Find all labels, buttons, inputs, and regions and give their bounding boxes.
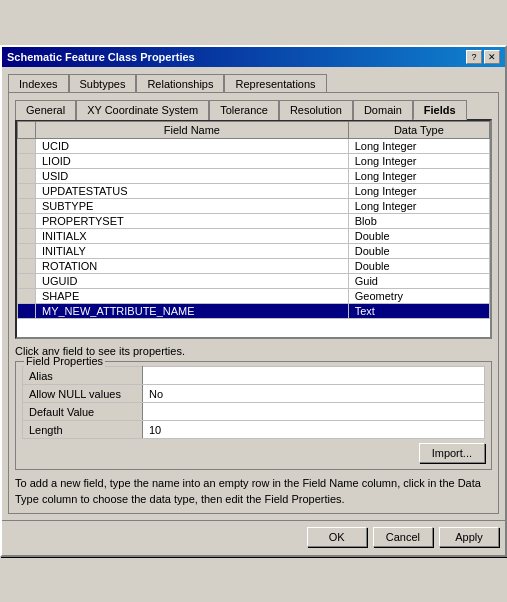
row-selector-cell [18,154,36,169]
tab-representations[interactable]: Representations [224,74,326,93]
tab-general[interactable]: General [15,100,76,120]
field-properties-table: Alias Allow NULL values No Default Value… [22,366,485,439]
fp-value[interactable] [143,367,485,385]
window-title: Schematic Feature Class Properties [7,51,195,63]
table-row[interactable]: MY_NEW_ATTRIBUTE_NAME Text [18,304,490,319]
field-type-cell: Guid [348,274,489,289]
description-text: To add a new field, type the name into a… [15,476,492,507]
tab-tolerance[interactable]: Tolerance [209,100,279,120]
table-row[interactable]: INITIALX Double [18,229,490,244]
tab-xy-coordinate[interactable]: XY Coordinate System [76,100,209,120]
fields-table: Field Name Data Type UCID Long Integer L… [17,121,490,319]
field-type-cell: Long Integer [348,184,489,199]
field-name-cell: UCID [36,139,349,154]
col-data-type-header: Data Type [348,122,489,139]
fields-table-container[interactable]: Field Name Data Type UCID Long Integer L… [15,119,492,339]
fp-row: Length 10 [23,421,485,439]
field-type-cell: Double [348,244,489,259]
table-row[interactable]: LIOID Long Integer [18,154,490,169]
field-type-cell: Double [348,259,489,274]
field-name-cell: INITIALX [36,229,349,244]
fp-row: Allow NULL values No [23,385,485,403]
fp-value[interactable]: No [143,385,485,403]
tab-relationships[interactable]: Relationships [136,74,224,93]
tab-subtypes[interactable]: Subtypes [69,74,137,93]
table-row[interactable]: UPDATESTATUS Long Integer [18,184,490,199]
row-selector-cell [18,244,36,259]
row-selector-cell [18,274,36,289]
table-row[interactable]: USID Long Integer [18,169,490,184]
row-selector-cell [18,289,36,304]
field-type-cell: Long Integer [348,154,489,169]
field-type-cell: Long Integer [348,199,489,214]
fp-label: Alias [23,367,143,385]
field-type-cell: Long Integer [348,139,489,154]
row-selector-cell [18,184,36,199]
field-type-cell: Double [348,229,489,244]
table-row[interactable]: PROPERTYSET Blob [18,214,490,229]
tab-domain[interactable]: Domain [353,100,413,120]
field-name-cell: SUBTYPE [36,199,349,214]
table-row[interactable]: SHAPE Geometry [18,289,490,304]
fp-row: Default Value [23,403,485,421]
row-selector-cell [18,259,36,274]
tab-indexes[interactable]: Indexes [8,74,69,93]
field-name-cell: USID [36,169,349,184]
field-properties-group: Field Properties Alias Allow NULL values… [15,361,492,470]
import-btn-row: Import... [22,443,485,463]
import-button[interactable]: Import... [419,443,485,463]
field-name-cell: LIOID [36,154,349,169]
cancel-button[interactable]: Cancel [373,527,433,547]
tab-row-2: General XY Coordinate System Tolerance R… [15,99,492,119]
fp-row: Alias [23,367,485,385]
close-button[interactable]: ✕ [484,50,500,64]
help-button[interactable]: ? [466,50,482,64]
row-selector-cell [18,169,36,184]
content-area: Indexes Subtypes Relationships Represent… [2,67,505,520]
field-name-cell: UPDATESTATUS [36,184,349,199]
row-selector-cell [18,214,36,229]
field-type-cell: Geometry [348,289,489,304]
col-selector-header [18,122,36,139]
bottom-bar: OK Cancel Apply [2,520,505,555]
ok-button[interactable]: OK [307,527,367,547]
row-selector-cell [18,139,36,154]
field-type-cell: Text [348,304,489,319]
fp-label: Allow NULL values [23,385,143,403]
main-window: Schematic Feature Class Properties ? ✕ I… [0,45,507,557]
table-row[interactable]: UGUID Guid [18,274,490,289]
title-bar-buttons: ? ✕ [466,50,500,64]
field-name-cell: SHAPE [36,289,349,304]
col-field-name-header: Field Name [36,122,349,139]
tab-fields[interactable]: Fields [413,100,467,120]
tab-panel: General XY Coordinate System Tolerance R… [8,92,499,514]
field-name-cell: ROTATION [36,259,349,274]
field-properties-title: Field Properties [24,355,105,367]
tab-row-1: Indexes Subtypes Relationships Represent… [8,73,499,92]
table-row[interactable]: INITIALY Double [18,244,490,259]
fp-value[interactable] [143,403,485,421]
fp-label: Length [23,421,143,439]
table-row[interactable]: SUBTYPE Long Integer [18,199,490,214]
table-row[interactable]: ROTATION Double [18,259,490,274]
apply-button[interactable]: Apply [439,527,499,547]
fp-value[interactable]: 10 [143,421,485,439]
field-name-cell: UGUID [36,274,349,289]
row-selector-cell [18,304,36,319]
row-selector-cell [18,199,36,214]
table-row[interactable]: UCID Long Integer [18,139,490,154]
row-selector-cell [18,229,36,244]
field-type-cell: Long Integer [348,169,489,184]
field-type-cell: Blob [348,214,489,229]
field-name-cell: MY_NEW_ATTRIBUTE_NAME [36,304,349,319]
title-bar: Schematic Feature Class Properties ? ✕ [2,47,505,67]
field-name-cell: INITIALY [36,244,349,259]
fp-label: Default Value [23,403,143,421]
tab-resolution[interactable]: Resolution [279,100,353,120]
field-name-cell: PROPERTYSET [36,214,349,229]
